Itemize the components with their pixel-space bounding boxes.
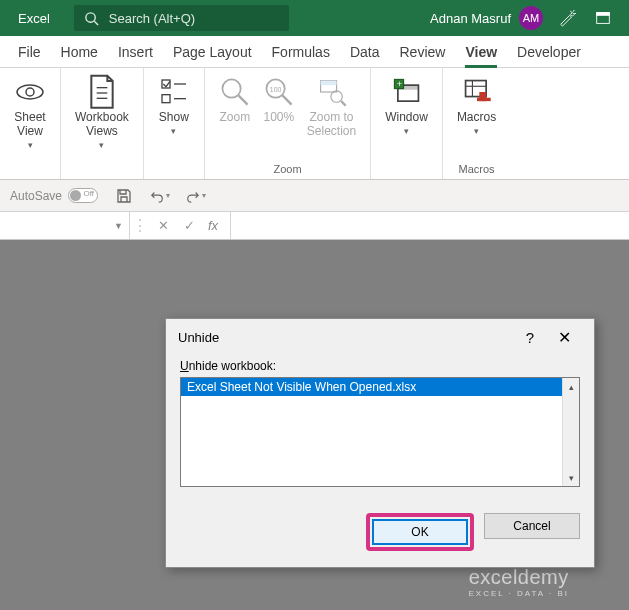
enter-formula-button[interactable]: ✓ (176, 218, 202, 233)
search-placeholder: Search (Alt+Q) (109, 11, 195, 26)
unhide-label: Unhide workbook: (180, 359, 580, 373)
svg-line-21 (341, 101, 346, 106)
tab-file[interactable]: File (8, 36, 51, 68)
svg-point-20 (330, 91, 341, 102)
cancel-button[interactable]: Cancel (484, 513, 580, 539)
avatar[interactable]: AM (519, 6, 543, 30)
svg-rect-11 (162, 95, 170, 103)
autosave-toggle[interactable]: AutoSave (10, 188, 98, 203)
dialog-title: Unhide (178, 330, 219, 345)
tab-insert[interactable]: Insert (108, 36, 163, 68)
cancel-formula-button[interactable]: ✕ (150, 218, 176, 233)
svg-point-4 (17, 85, 43, 99)
dialog-body: Unhide workbook: Excel Sheet Not Visible… (166, 355, 594, 487)
ribbon: Sheet View ▾ Workbook Views ▾ Show ▾ (0, 68, 629, 180)
unhide-dialog: Unhide ? ✕ Unhide workbook: Excel Sheet … (165, 318, 595, 568)
quick-access-toolbar: AutoSave ▾ ▾ (0, 180, 629, 212)
toggle-off-icon (68, 188, 98, 203)
user-name[interactable]: Adnan Masruf (430, 11, 519, 26)
dialog-titlebar[interactable]: Unhide ? ✕ (166, 319, 594, 355)
ok-button[interactable]: OK (372, 519, 468, 545)
scrollbar[interactable]: ▴ ▾ (562, 378, 579, 486)
chevron-down-icon: ▼ (114, 221, 123, 231)
zoom-100-button[interactable]: 100 100% (257, 72, 301, 124)
search-icon (84, 11, 99, 26)
scroll-up-icon[interactable]: ▴ (563, 378, 579, 395)
group-macros: Macros ▾ Macros (443, 68, 510, 179)
show-button[interactable]: Show ▾ (152, 72, 196, 136)
zoom-selection-icon (316, 76, 348, 108)
window-button[interactable]: + Window ▾ (379, 72, 434, 136)
chevron-down-icon: ▾ (166, 191, 170, 200)
svg-rect-18 (320, 81, 336, 92)
svg-text:+: + (396, 79, 401, 89)
fx-label[interactable]: fx (202, 218, 224, 233)
macros-button[interactable]: Macros ▾ (451, 72, 502, 136)
svg-point-5 (26, 88, 34, 96)
search-box[interactable]: Search (Alt+Q) (74, 5, 289, 31)
svg-text:100: 100 (270, 86, 282, 93)
tab-page-layout[interactable]: Page Layout (163, 36, 262, 68)
svg-point-13 (222, 79, 240, 97)
tab-review[interactable]: Review (390, 36, 456, 68)
group-zoom: Zoom 100 100% Zoom to Selection Zoom (205, 68, 371, 179)
group-sheet-view: Sheet View ▾ (0, 68, 61, 179)
svg-point-0 (86, 12, 95, 21)
group-label-macros: Macros (443, 163, 510, 175)
tab-home[interactable]: Home (51, 36, 108, 68)
tab-developer[interactable]: Developer (507, 36, 591, 68)
group-workbook-views: Workbook Views ▾ (61, 68, 144, 179)
zoom-selection-button[interactable]: Zoom to Selection (301, 72, 362, 138)
save-button[interactable] (114, 186, 134, 206)
page-icon (86, 76, 118, 108)
formula-input[interactable] (230, 212, 629, 239)
svg-rect-19 (320, 81, 336, 86)
undo-button[interactable]: ▾ (150, 186, 170, 206)
window-icon: + (391, 76, 423, 108)
chevron-down-icon: ▾ (171, 126, 176, 136)
help-button[interactable]: ? (514, 329, 546, 346)
zoom-100-icon: 100 (263, 76, 295, 108)
redo-button[interactable]: ▾ (186, 186, 206, 206)
ok-highlight: OK (366, 513, 474, 551)
list-item[interactable]: Excel Sheet Not Visible When Opened.xlsx (181, 378, 562, 396)
workbook-listbox[interactable]: Excel Sheet Not Visible When Opened.xlsx… (180, 377, 580, 487)
separator: ⋮ (130, 216, 150, 235)
chevron-down-icon: ▾ (99, 140, 104, 150)
chevron-down-icon: ▾ (474, 126, 479, 136)
svg-line-14 (238, 95, 247, 104)
svg-line-1 (94, 21, 98, 25)
sheet-view-button[interactable]: Sheet View ▾ (8, 72, 52, 150)
ribbon-display-icon[interactable] (593, 8, 613, 28)
macros-icon (461, 76, 493, 108)
tab-formulas[interactable]: Formulas (262, 36, 340, 68)
inking-icon[interactable] (557, 8, 577, 28)
name-box[interactable]: ▼ (0, 212, 130, 239)
group-window: + Window ▾ (371, 68, 443, 179)
ribbon-tabs: File Home Insert Page Layout Formulas Da… (0, 36, 629, 68)
workbook-views-button[interactable]: Workbook Views ▾ (69, 72, 135, 150)
svg-rect-29 (477, 98, 491, 101)
scroll-down-icon[interactable]: ▾ (563, 469, 579, 486)
svg-point-15 (266, 79, 284, 97)
title-bar: Excel Search (Alt+Q) Adnan Masruf AM (0, 0, 629, 36)
svg-rect-3 (597, 13, 610, 16)
magnifier-icon (219, 76, 251, 108)
formula-bar: ▼ ⋮ ✕ ✓ fx (0, 212, 629, 240)
tab-data[interactable]: Data (340, 36, 390, 68)
chevron-down-icon: ▾ (202, 191, 206, 200)
eye-icon (14, 76, 46, 108)
svg-line-17 (282, 95, 291, 104)
chevron-down-icon: ▾ (404, 126, 409, 136)
close-button[interactable]: ✕ (546, 328, 582, 347)
group-label-zoom: Zoom (205, 163, 370, 175)
dialog-buttons: OK Cancel (166, 487, 594, 551)
zoom-button[interactable]: Zoom (213, 72, 257, 124)
app-name: Excel (0, 11, 68, 26)
checklist-icon (158, 76, 190, 108)
tab-view[interactable]: View (455, 36, 507, 68)
group-show: Show ▾ (144, 68, 205, 179)
chevron-down-icon: ▾ (28, 140, 33, 150)
